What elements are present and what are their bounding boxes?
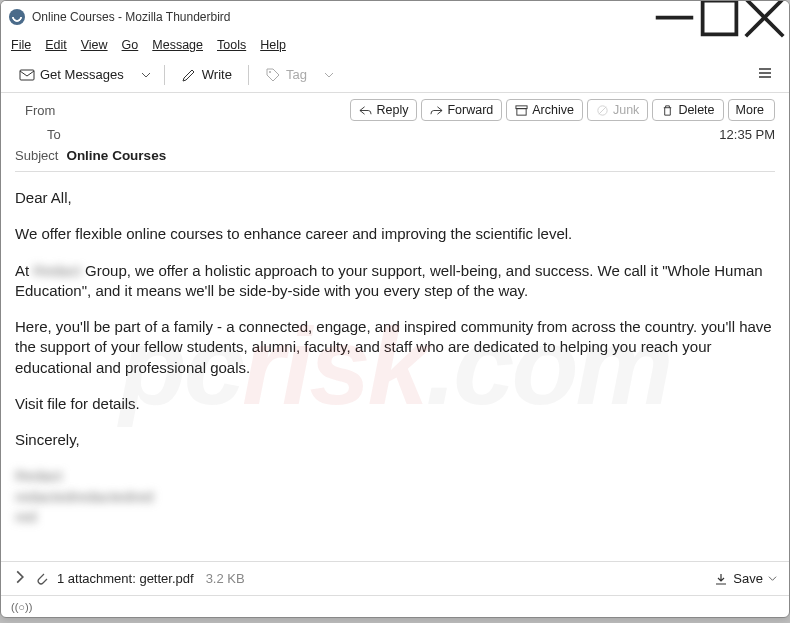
attachment-label[interactable]: 1 attachment: getter.pdf xyxy=(57,571,194,586)
message-body: Dear All, We offer flexible online cours… xyxy=(1,172,789,561)
reply-button[interactable]: Reply xyxy=(350,99,417,121)
menu-edit[interactable]: Edit xyxy=(45,38,67,52)
archive-icon xyxy=(515,104,528,117)
chevron-down-icon xyxy=(768,574,777,583)
tag-dropdown[interactable] xyxy=(319,70,339,80)
download-icon xyxy=(714,572,728,586)
menu-view[interactable]: View xyxy=(81,38,108,52)
more-button[interactable]: More xyxy=(728,99,775,121)
pencil-icon xyxy=(181,67,197,83)
svg-rect-10 xyxy=(517,108,526,115)
menu-tools[interactable]: Tools xyxy=(217,38,246,52)
get-messages-label: Get Messages xyxy=(40,67,124,82)
body-signature: Redact redactedredactedred red xyxy=(15,466,775,527)
attachment-bar: 1 attachment: getter.pdf 3.2 KB Save xyxy=(1,561,789,595)
forward-icon xyxy=(430,104,443,117)
write-button[interactable]: Write xyxy=(173,63,240,87)
close-button[interactable] xyxy=(742,2,787,32)
menu-file[interactable]: File xyxy=(11,38,31,52)
minimize-button[interactable] xyxy=(652,2,697,32)
svg-rect-1 xyxy=(703,0,737,34)
save-attachment-button[interactable]: Save xyxy=(714,571,777,586)
archive-button[interactable]: Archive xyxy=(506,99,583,121)
paperclip-icon xyxy=(35,572,49,586)
inbox-icon xyxy=(19,67,35,83)
delete-button[interactable]: Delete xyxy=(652,99,723,121)
statusbar: ((○)) xyxy=(1,595,789,617)
junk-icon xyxy=(596,104,609,117)
tag-label: Tag xyxy=(286,67,307,82)
body-p5: Visit file for details. xyxy=(15,394,775,414)
toolbar: Get Messages Write Tag xyxy=(1,57,789,93)
redacted-name: Redact xyxy=(33,262,81,279)
thunderbird-icon xyxy=(9,9,25,25)
main-window: Online Courses - Mozilla Thunderbird Fil… xyxy=(0,0,790,618)
subject-label: Subject xyxy=(15,148,58,163)
reply-icon xyxy=(359,104,372,117)
tag-icon xyxy=(265,67,281,83)
message-time: 12:35 PM xyxy=(719,127,775,142)
status-indicator: ((○)) xyxy=(11,601,32,613)
message-header: From Reply Forward Archive Junk xyxy=(1,93,789,172)
maximize-button[interactable] xyxy=(697,2,742,32)
body-p2: We offer flexible online courses to enha… xyxy=(15,224,775,244)
write-label: Write xyxy=(202,67,232,82)
body-p4: Here, you'll be part of a family - a con… xyxy=(15,317,775,378)
junk-button[interactable]: Junk xyxy=(587,99,648,121)
from-label: From xyxy=(15,103,85,118)
svg-point-5 xyxy=(269,71,271,73)
attachment-size: 3.2 KB xyxy=(206,571,245,586)
trash-icon xyxy=(661,104,674,117)
menu-go[interactable]: Go xyxy=(122,38,139,52)
window-title: Online Courses - Mozilla Thunderbird xyxy=(32,10,231,24)
svg-rect-4 xyxy=(20,70,34,80)
svg-line-12 xyxy=(599,106,606,113)
app-menu-button[interactable] xyxy=(751,59,779,90)
subject-value: Online Courses xyxy=(66,148,166,163)
get-messages-button[interactable]: Get Messages xyxy=(11,63,132,87)
body-signoff: Sincerely, xyxy=(15,430,775,450)
menu-message[interactable]: Message xyxy=(152,38,203,52)
tag-button[interactable]: Tag xyxy=(257,63,315,87)
attachment-toggle[interactable] xyxy=(13,570,27,587)
menubar: File Edit View Go Message Tools Help xyxy=(1,33,789,57)
titlebar: Online Courses - Mozilla Thunderbird xyxy=(1,1,789,33)
menu-help[interactable]: Help xyxy=(260,38,286,52)
forward-button[interactable]: Forward xyxy=(421,99,502,121)
get-messages-dropdown[interactable] xyxy=(136,70,156,80)
body-p3: At Redact Group, we offer a holistic app… xyxy=(15,261,775,302)
body-greeting: Dear All, xyxy=(15,188,775,208)
to-label: To xyxy=(15,127,85,142)
